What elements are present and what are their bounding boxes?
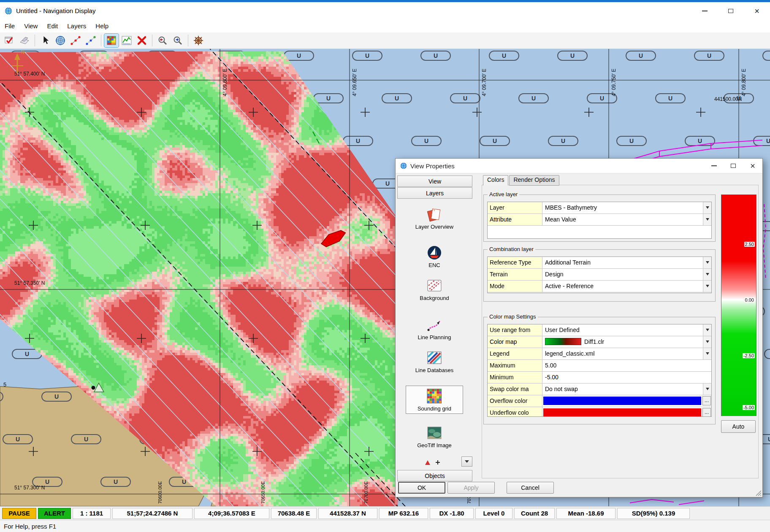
resize-grip[interactable] — [755, 489, 762, 496]
dropdown-arrow-icon[interactable] — [703, 336, 711, 348]
active-layer-value-layer[interactable]: MBES - Bathymetry — [542, 202, 711, 213]
lat-grid-label: 51° 57.400' N — [14, 71, 45, 77]
layer-item-geotiff-image[interactable]: GeoTiff Image — [406, 424, 463, 448]
layer-item-line-planning[interactable]: Line Planning — [406, 316, 463, 340]
colormap-value-color-map[interactable]: Diff1.clr — [542, 336, 711, 348]
colormap-label-swap-color-ma: Swap color ma — [488, 383, 542, 395]
tab-colors[interactable]: Colors — [483, 175, 508, 186]
northing-field: 441528.37 N — [318, 508, 377, 519]
combination-layer-value-terrain[interactable]: Design — [542, 269, 711, 280]
layer-item-sounding-grid[interactable]: Sounding grid — [406, 386, 463, 414]
section-view[interactable]: View — [397, 176, 472, 187]
colormap-label-maximum: Maximum — [488, 360, 542, 371]
section-objects[interactable]: Objects — [397, 470, 472, 481]
colorbar-tick-label: -5.00 — [743, 405, 755, 410]
layer-item-line-databases[interactable]: Line Databases — [406, 349, 463, 373]
colormap-value-legend[interactable]: legend_classic.xml — [542, 348, 711, 359]
sounding-grid-view-icon[interactable] — [104, 34, 119, 47]
auto-button[interactable]: Auto — [721, 420, 756, 433]
colormap-row-swap-color-ma: Swap color maDo not swap — [488, 383, 711, 395]
dialog-close-button[interactable]: × — [743, 159, 762, 173]
dropdown-arrow-icon[interactable] — [703, 383, 711, 395]
color-swatch[interactable] — [543, 408, 701, 417]
clipped-layer-item — [421, 459, 455, 466]
combination-layer-value-mode[interactable]: Active - Reference — [542, 281, 711, 292]
zoom-previous-icon[interactable] — [155, 34, 170, 47]
colormap-row-underflow-colo: Underflow colo... — [488, 407, 711, 417]
menu-edit[interactable]: Edit — [42, 22, 62, 30]
close-button[interactable]: × — [744, 2, 770, 19]
colormap-value-underflow-colo[interactable]: ... — [542, 407, 711, 417]
colormap-value-use-range-from[interactable]: User Defined — [542, 324, 711, 336]
menu-file[interactable]: File — [0, 22, 19, 30]
pointer-icon[interactable] — [38, 34, 52, 47]
apply-settings-icon[interactable] — [2, 34, 16, 47]
layer-item-label: Background — [406, 295, 463, 301]
menu-view[interactable]: View — [19, 22, 42, 30]
apply-button[interactable]: Apply — [447, 482, 495, 494]
lon-grid-label: 4° 09.650' E — [352, 69, 358, 96]
colormap-settings-caption: Color map Settings — [488, 313, 538, 320]
layer-item-enc[interactable]: ENC — [406, 244, 463, 268]
sd-field: SD(95%) 0.139 — [617, 508, 690, 519]
minimize-button[interactable] — [691, 2, 718, 19]
globe-icon[interactable] — [53, 34, 68, 47]
section-layers[interactable]: Layers — [397, 187, 472, 199]
colormap-settings-group: Color map Settings Use range fromUser De… — [483, 317, 716, 424]
tab-render-options[interactable]: Render Options — [509, 175, 559, 186]
dialog-globe-icon — [400, 162, 407, 170]
dropdown-arrow-icon[interactable] — [703, 348, 711, 359]
color-picker-button[interactable]: ... — [702, 408, 711, 417]
layer-item-background[interactable]: Background — [406, 277, 463, 301]
count-field: Count 28 — [514, 508, 555, 519]
dropdown-arrow-icon[interactable] — [703, 202, 711, 213]
ok-button[interactable]: OK — [398, 482, 445, 494]
menu-help[interactable]: Help — [91, 22, 113, 30]
northing-grid-label: 441500.00N — [714, 96, 742, 102]
colormap-value-minimum[interactable]: -5.00 — [542, 372, 711, 383]
toolbar-separator — [188, 35, 188, 46]
zoom-window-icon[interactable] — [171, 34, 185, 47]
dropdown-arrow-icon[interactable] — [703, 214, 711, 225]
delete-icon[interactable] — [135, 34, 149, 47]
lon-grid-label: 4° 09.600' E — [222, 69, 228, 96]
helmsman-display-icon[interactable] — [191, 34, 206, 47]
measure-points-icon[interactable] — [84, 34, 98, 47]
colormap-label-use-range-from: Use range from — [488, 324, 542, 336]
menu-layers[interactable]: Layers — [62, 22, 91, 30]
colormap-gradient-swatch — [545, 338, 581, 345]
colormap-row-legend: Legendlegend_classic.xml — [488, 348, 711, 360]
dialog-minimize-button[interactable] — [704, 159, 724, 173]
active-layer-value-attribute[interactable]: Mean Value — [542, 214, 711, 225]
scroll-down-button[interactable] — [461, 456, 472, 467]
measure-profile-icon[interactable] — [68, 34, 83, 47]
dropdown-arrow-icon[interactable] — [703, 257, 711, 268]
dropdown-arrow-icon[interactable] — [703, 269, 711, 280]
dropdown-arrow-icon[interactable] — [703, 324, 711, 336]
color-picker-button[interactable]: ... — [702, 396, 711, 405]
lat-grid-label: 51° 57.300' N — [14, 485, 45, 491]
select-layout-icon[interactable] — [17, 34, 32, 47]
dialog-title-bar[interactable]: View Properties × — [396, 159, 762, 173]
window-title: Untitled - Navigation Display — [16, 7, 95, 14]
dialog-restore-button[interactable] — [724, 159, 743, 173]
layer-item-layer-overview[interactable]: Layer Overview — [406, 206, 463, 230]
layer-item-label: GeoTiff Image — [406, 442, 463, 448]
color-swatch[interactable] — [543, 397, 701, 405]
status-bar: PAUSE ALERT 1 : 1181 51;57;24.27486 N 4;… — [0, 506, 770, 520]
dropdown-arrow-icon[interactable] — [703, 281, 711, 292]
mean-field: Mean -18.69 — [556, 508, 615, 519]
colormap-value-overflow-color[interactable]: ... — [542, 395, 711, 407]
colormap-value-swap-color-ma[interactable]: Do not swap — [542, 383, 711, 395]
lat-grid-label: 51° 57.350' N — [14, 280, 45, 286]
combination-layer-value-reference-type[interactable]: Additional Terrain — [542, 257, 711, 268]
maximize-button[interactable] — [718, 2, 744, 19]
active-layer-caption: Active layer — [488, 191, 519, 197]
cancel-button[interactable]: Cancel — [507, 482, 554, 494]
colormap-value-maximum[interactable]: 5.00 — [542, 360, 711, 371]
profile-chart-icon[interactable] — [119, 34, 134, 47]
lon-grid-label: 4° 09.750' E — [611, 69, 617, 96]
title-bar[interactable]: Untitled - Navigation Display × — [0, 2, 770, 19]
active-layer-group: Active layer LayerMBES - BathymetryAttri… — [483, 194, 716, 242]
combination-layer-group: Combination layer Reference TypeAddition… — [483, 249, 716, 302]
